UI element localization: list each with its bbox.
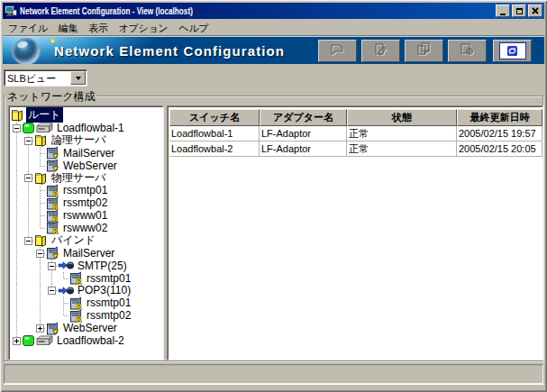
banner: Network Element Configuration	[3, 37, 544, 64]
tree-guide	[11, 160, 23, 172]
menu-item-1[interactable]: ファイル	[3, 21, 53, 36]
tree-guide	[46, 260, 58, 272]
cell-2-4: 2005/02/15 20:05	[457, 141, 542, 157]
serverV-icon	[46, 246, 59, 260]
collapse-toggle-icon[interactable]	[24, 174, 32, 182]
cell-1-4: 2005/02/15 19:57	[457, 126, 542, 141]
tree-item-POP3(110)[interactable]: POP3(110)	[11, 284, 161, 296]
tree-guide	[23, 309, 34, 322]
serverR-icon: R	[69, 271, 83, 285]
tree-guide	[23, 196, 34, 209]
tree-guide	[46, 296, 58, 309]
toolbar-button-refresh[interactable]	[493, 40, 532, 62]
column-header-1[interactable]: スイッチ名	[169, 109, 260, 126]
tree-guide	[23, 222, 34, 234]
collapse-toggle-icon[interactable]	[48, 287, 56, 295]
tree-guide	[11, 247, 23, 260]
column-header-3[interactable]: 状態	[347, 109, 457, 126]
tree-guide	[58, 309, 69, 322]
column-header-2[interactable]: アダプター名	[260, 109, 347, 126]
tree-guide	[23, 234, 34, 247]
tree-guide	[34, 272, 46, 285]
tree-item-label: WebServer	[61, 322, 119, 334]
menu-item-2[interactable]: 編集	[53, 21, 83, 36]
serverR-icon: R	[69, 296, 83, 310]
tree-item-label: rssmtp01	[85, 296, 132, 309]
collapse-toggle-icon[interactable]	[13, 124, 21, 132]
serverR-icon: R	[46, 196, 59, 210]
tree-guide	[23, 147, 34, 160]
tree-item-SMTP(25)[interactable]: SMTP(25)	[11, 260, 161, 272]
tree-guide	[11, 284, 23, 296]
tree-guide	[23, 134, 34, 147]
tree-guide	[23, 247, 34, 260]
tree-item-label: MailServer	[61, 247, 116, 260]
toolbar-button-2[interactable]	[361, 40, 400, 62]
tree-guide	[11, 209, 23, 222]
tree-item-MailServer[interactable]: MailServer	[11, 147, 161, 160]
toolbar-button-4[interactable]	[448, 40, 487, 62]
tree-item-rswww01[interactable]: Rrswww01	[11, 209, 161, 222]
view-selector-dropdown-button[interactable]	[70, 71, 86, 85]
tree-guide	[34, 284, 46, 296]
tree-item-label: rssmtp02	[61, 196, 109, 209]
collapse-toggle-icon[interactable]	[24, 137, 32, 145]
status-bar	[4, 364, 543, 384]
serverR-icon: R	[46, 209, 59, 223]
collapse-toggle-icon[interactable]	[36, 250, 44, 258]
view-selector[interactable]: SLBビュー	[4, 69, 87, 87]
switch-icon	[36, 335, 53, 346]
serverV-icon	[46, 322, 59, 335]
tree-item-rssmtp02[interactable]: Rrssmtp02	[11, 309, 161, 322]
tree-item-MailServer[interactable]: MailServer	[11, 247, 161, 260]
minimize-button[interactable]	[496, 5, 510, 17]
tree-item-ルート[interactable]: ルート	[11, 109, 161, 122]
tree-guide	[11, 272, 23, 285]
cell-1-2: LF-Adaptor	[260, 126, 347, 141]
toolbar-button-1[interactable]	[318, 40, 357, 62]
collapse-toggle-icon[interactable]	[24, 237, 32, 245]
tree-guide	[11, 334, 23, 347]
tree-item-label: rswww01	[61, 209, 109, 222]
toolbar-button-4-icon	[460, 42, 475, 59]
menu-item-5[interactable]: ヘルプ	[173, 21, 214, 36]
tree-guide	[23, 160, 34, 172]
column-header-4[interactable]: 最終更新日時	[457, 109, 542, 126]
table-row-2[interactable]: Loadflowbal-2LF-Adaptor正常2005/02/15 20:0…	[169, 141, 541, 157]
led-icon	[23, 123, 34, 133]
window-title: Network Element Configuration - View (lo…	[20, 5, 391, 16]
tree-guide	[23, 209, 34, 222]
led-icon	[23, 335, 34, 346]
tree-item-rssmtp02[interactable]: Rrssmtp02	[11, 196, 161, 209]
app-icon	[5, 5, 17, 17]
tree-guide	[11, 184, 23, 196]
close-button[interactable]	[528, 5, 542, 17]
cell-1-1: Loadflowbal-1	[169, 126, 260, 141]
tree-guide	[11, 122, 23, 134]
tree-guide	[46, 309, 58, 322]
serverR-icon: R	[46, 184, 59, 197]
tree-item-label: SMTP(25)	[76, 260, 129, 272]
expand-toggle-icon[interactable]	[13, 337, 21, 345]
tree-item-バインド[interactable]: バインド	[11, 234, 161, 247]
tree-item-label: POP3(110)	[76, 284, 132, 296]
tree-guide	[34, 209, 46, 222]
tree-item-物理サーバ[interactable]: 物理サーバ	[11, 171, 161, 184]
toolbar-button-3[interactable]	[405, 40, 443, 62]
tree-item-Loadflowbal-2[interactable]: Loadflowbal-2	[11, 334, 161, 347]
tree-guide	[46, 284, 58, 296]
tree-item-rssmtp01[interactable]: Rrssmtp01	[11, 184, 161, 196]
tree-item-rssmtp01[interactable]: Rrssmtp01	[11, 296, 161, 309]
tree-item-論理サーバ[interactable]: 論理サーバ	[11, 134, 161, 147]
tree-item-rssmtp01[interactable]: Rrssmtp01	[11, 272, 161, 285]
cell-2-3: 正常	[347, 141, 457, 157]
table-row-1[interactable]: Loadflowbal-1LF-Adaptor正常2005/02/15 19:5…	[169, 126, 541, 141]
collapse-toggle-icon[interactable]	[48, 262, 56, 270]
expand-toggle-icon[interactable]	[36, 324, 44, 333]
menu-item-3[interactable]: 表示	[83, 21, 113, 36]
tree-item-WebServer[interactable]: WebServer	[11, 322, 161, 334]
tree-guide	[23, 322, 34, 334]
tree-guide	[11, 296, 23, 309]
menu-item-4[interactable]: オプション	[114, 21, 174, 36]
maximize-button[interactable]	[512, 5, 526, 17]
